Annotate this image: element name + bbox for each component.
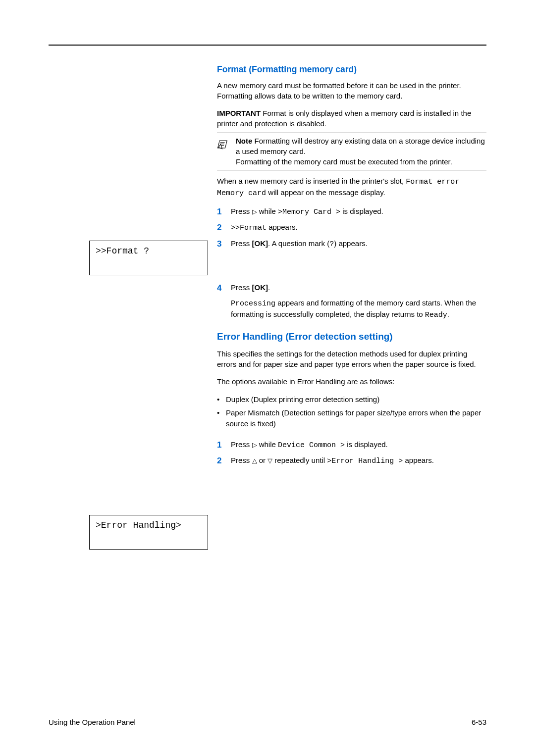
t1c: is displayed. [345, 440, 388, 449]
step-1: 1 Press while >Memory Card > is displaye… [217, 206, 486, 218]
step-num: 2 [217, 455, 224, 467]
step-4: 4 Press [OK]. Processing appears and for… [217, 282, 486, 321]
bullet-duplex: Duplex (Duplex printing error detection … [217, 394, 486, 405]
step-3: 3 Press [OK]. A question mark (?) appear… [217, 238, 486, 251]
s2mono: >>Format [231, 224, 267, 232]
step-2: 2 >>Format appears. [217, 222, 486, 234]
options-list: Duplex (Duplex printing error detection … [217, 394, 486, 429]
step-num: 1 [217, 206, 224, 218]
section1-heading: Format (Formatting memory card) [217, 64, 486, 75]
s3a: Press [231, 239, 252, 248]
s4pa: Processing [231, 300, 275, 308]
footer-left: Using the Operation Panel [49, 718, 136, 726]
step-num: 1 [217, 439, 224, 452]
step-num: 2 [217, 222, 224, 234]
note-box: Note Formatting will destroy any existin… [217, 133, 486, 170]
s4a: Press [231, 283, 252, 292]
options-intro: The options available in Error Handling … [217, 377, 486, 387]
t2mono: >Error Handling > [327, 457, 403, 465]
section1-steps: 1 Press while >Memory Card > is displaye… [217, 206, 486, 251]
section2-steps: 1 Press while Device Common > is display… [217, 439, 486, 467]
display-box-format: >>Format ? [89, 241, 208, 275]
s1mono: >Memory Card > [278, 208, 340, 216]
footer-right: 6-53 [472, 718, 486, 726]
s2-step-1: 1 Press while Device Common > is display… [217, 439, 486, 452]
top-rule [49, 45, 486, 46]
pre-steps-para: When a new memory card is inserted in th… [217, 176, 486, 199]
note-icon [217, 136, 232, 167]
note-label: Note [236, 137, 252, 145]
t2c: repeatedly until [272, 456, 327, 464]
s1c: is displayed. [340, 207, 383, 215]
pre-steps-a: When a new memory card is inserted in th… [217, 177, 406, 185]
s2-step-2: 2 Press or repeatedly until >Error Handl… [217, 455, 486, 467]
right-arrow-icon [252, 207, 257, 215]
s4bold: [OK] [252, 283, 268, 292]
t2b: or [257, 456, 268, 464]
right-arrow-icon [252, 440, 257, 449]
t1mono: Device Common > [278, 441, 345, 450]
content-area: Format (Formatting memory card) A new me… [49, 64, 486, 472]
section2-intro: This specifies the settings for the dete… [217, 349, 486, 369]
s3mono2: ? [329, 240, 334, 249]
section1-step4: 4 Press [OK]. Processing appears and for… [217, 282, 486, 321]
t1a: Press [231, 440, 252, 449]
bullet-paper-mismatch: Paper Mismatch (Detection settings for p… [217, 407, 486, 429]
t1b: while [257, 440, 278, 449]
s4pd: . [447, 310, 449, 318]
important-block: IMPORTANT Format is only displayed when … [217, 108, 486, 129]
step-num: 3 [217, 238, 224, 251]
important-label: IMPORTANT [217, 109, 261, 117]
s3c: . A question mark ( [268, 239, 329, 248]
s1a: Press [231, 207, 252, 215]
pre-steps-b: will appear on the message display. [266, 188, 385, 197]
step-num: 4 [217, 282, 224, 321]
s3bold: [OK] [252, 239, 268, 248]
s4c: . [268, 283, 270, 292]
section2-heading: Error Handling (Error detection setting) [217, 331, 486, 342]
right-column: Format (Formatting memory card) A new me… [217, 64, 486, 467]
note-text: Note Formatting will destroy any existin… [236, 136, 486, 167]
up-arrow-icon [252, 456, 257, 464]
section1-intro: A new memory card must be formatted befo… [217, 81, 486, 101]
t2a: Press [231, 456, 252, 464]
s3d: ) appears. [334, 239, 368, 248]
down-arrow-icon [268, 456, 272, 464]
s4pc: Ready [425, 311, 447, 319]
note-line2: Formatting of the memory card must be ex… [236, 157, 452, 166]
s2c: appears. [267, 223, 298, 231]
display-box-error-handling: >Error Handling> [89, 515, 208, 550]
bullet-text: Duplex (Duplex printing error detection … [226, 394, 379, 405]
s1b: while [257, 207, 278, 215]
t2d: appears. [403, 456, 434, 464]
footer: Using the Operation Panel 6-53 [49, 718, 486, 726]
note-line1: Formatting will destroy any existing dat… [236, 137, 485, 155]
bullet-text: Paper Mismatch (Detection settings for p… [226, 407, 486, 429]
